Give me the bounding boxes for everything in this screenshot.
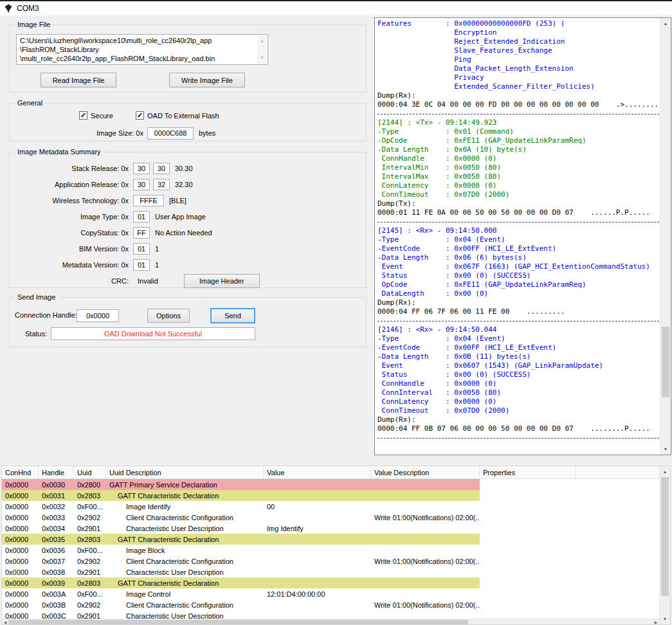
- log-line: ConnHandle : 0x0000 (0): [377, 379, 659, 388]
- column-header-properties[interactable]: Properties: [480, 466, 576, 478]
- column-header-uuid-description[interactable]: Uuid Description: [106, 466, 264, 478]
- table-row[interactable]: 0x00000x003C0x2901Characteristic User De…: [2, 610, 659, 619]
- table-row[interactable]: 0x00000x00360xF00...Image Block: [2, 545, 659, 556]
- table-row[interactable]: 0x00000x00350x2803GATT Characteristic De…: [2, 534, 659, 545]
- table-cell: [576, 523, 659, 534]
- table-cell: [371, 566, 480, 577]
- log-line: Slave_Features_Exchange: [377, 46, 659, 55]
- write-image-file-button[interactable]: Write Image File: [169, 73, 245, 87]
- table-cell: 0x0000: [2, 599, 39, 610]
- metadata-value-text: 1: [155, 245, 159, 253]
- secure-checkbox[interactable]: ✓: [79, 111, 87, 120]
- scroll-down-button[interactable]: ▼: [660, 444, 671, 455]
- log-line: Extended_Scanner_Filter_Policies): [377, 82, 659, 91]
- table-row[interactable]: 0x00000x00390x2803GATT Characteristic De…: [2, 577, 659, 588]
- check-icon: ✓: [137, 113, 143, 118]
- metadata-field-input[interactable]: FFFE: [133, 195, 164, 206]
- metadata-field-input[interactable]: 30: [133, 163, 150, 174]
- image-size-input[interactable]: 0000C688: [147, 127, 194, 140]
- scroll-down-button[interactable]: ▼: [660, 613, 670, 624]
- table-row[interactable]: 0x00000x003A0xF00...Image Control12:01:D…: [2, 588, 659, 599]
- log-line: -Data Length : 0x0A (10) byte(s): [377, 145, 659, 154]
- table-cell: [264, 577, 371, 588]
- metadata-field-input[interactable]: 01: [133, 211, 150, 222]
- send-button[interactable]: Send: [210, 308, 255, 323]
- metadata-label: Metadata Version: 0x: [10, 261, 129, 269]
- column-header-value[interactable]: Value: [264, 466, 371, 478]
- column-header-filler: [576, 466, 659, 478]
- log-scrollbar-thumb[interactable]: [662, 327, 669, 397]
- column-header-value-description[interactable]: Value Description: [371, 466, 480, 478]
- metadata-field-input[interactable]: 30: [153, 163, 170, 174]
- table-cell: [371, 490, 480, 501]
- table-hscrollbar-thumb[interactable]: [8, 620, 468, 624]
- log-line: -EventCode : 0x00FF (HCI_LE_ExtEvent): [377, 244, 659, 253]
- log-line: -Data Length : 0x0B (11) bytes(s): [377, 352, 659, 361]
- table-cell: 0x0034: [39, 523, 74, 534]
- metadata-field-input[interactable]: FF: [133, 227, 150, 239]
- log-line: ConnLatency : 0x0000 (0): [377, 181, 659, 190]
- log-line: [2145] : <Rx> - 09:14:50.000: [377, 226, 659, 235]
- table-row[interactable]: 0x00000x00370x2902Client Characteristic …: [2, 556, 659, 566]
- log-separator: [377, 433, 659, 442]
- app-icon: [4, 4, 13, 13]
- table-cell: [371, 534, 480, 545]
- scroll-left-button[interactable]: ◀: [2, 619, 8, 625]
- log-line: Encryption: [377, 28, 659, 37]
- table-row[interactable]: 0x00000x00300x2800GATT Primary Service D…: [2, 479, 659, 490]
- table-cell: Image Control: [106, 588, 264, 599]
- table-cell: [576, 501, 659, 512]
- table-row[interactable]: 0x00000x00380x2901Characteristic User De…: [2, 566, 659, 577]
- table-cell: [576, 479, 659, 490]
- metadata-label: BIM Version: 0x: [10, 245, 129, 253]
- table-cell: 0x2902: [74, 599, 106, 610]
- scroll-up-button[interactable]: ▲: [660, 466, 670, 477]
- table-cell: 0x0000: [2, 490, 39, 501]
- table-scrollbar[interactable]: ▲ ▼: [659, 466, 670, 624]
- table-row[interactable]: 0x00000x003B0x2902Client Characteristic …: [2, 599, 659, 610]
- table-row[interactable]: 0x00000x00340x2901Characteristic User De…: [2, 523, 659, 534]
- metadata-field-input[interactable]: 01: [133, 243, 150, 255]
- metadata-label: Image Type: 0x: [10, 213, 129, 221]
- metadata-field-input[interactable]: 30: [133, 179, 150, 190]
- table-cell: 0x2901: [74, 610, 106, 619]
- log-line: Features : 0x00000000000000FD (253) (: [377, 19, 659, 28]
- table-scrollbar-thumb[interactable]: [661, 477, 669, 596]
- connection-handle-input[interactable]: 0x0000: [77, 309, 119, 322]
- table-cell: [576, 610, 659, 619]
- table-cell: 0x0037: [39, 556, 74, 566]
- log-output[interactable]: Features : 0x00000000000000FD (253) ( En…: [377, 19, 659, 453]
- log-separator: [377, 316, 659, 325]
- table-cell: GATT Characteristic Declaration: [106, 490, 264, 501]
- table-cell: 0xF00...: [74, 588, 106, 599]
- options-button[interactable]: Options: [147, 309, 190, 323]
- log-line: Dump(Rx):: [377, 91, 659, 100]
- image-path-input[interactable]: C:\Users\Liuzhengli\workspace10\multi_ro…: [16, 34, 268, 65]
- column-header-handle[interactable]: Handle: [39, 466, 74, 478]
- title-bar[interactable]: COM3: [0, 1, 672, 15]
- column-header-uuid[interactable]: Uuid: [74, 466, 106, 478]
- metadata-field-input[interactable]: 01: [133, 259, 150, 271]
- metadata-row: Wireless Technology: 0xFFFE[BLE]: [10, 192, 366, 208]
- table-cell: 0x0032: [39, 501, 74, 512]
- table-cell: [480, 577, 576, 588]
- table-cell: [576, 556, 659, 566]
- table-row[interactable]: 0x00000x00310x2803GATT Characteristic De…: [2, 490, 659, 501]
- metadata-field-input[interactable]: 32: [153, 179, 170, 190]
- image-header-button[interactable]: Image Header: [184, 274, 260, 288]
- read-image-file-button[interactable]: Read Image File: [41, 73, 116, 87]
- table-row[interactable]: 0x00000x00330x2902Client Characteristic …: [2, 512, 659, 523]
- path-scrollbar[interactable]: ▲ ▼: [257, 35, 267, 64]
- table-cell: [264, 490, 371, 501]
- table-cell: [371, 479, 480, 490]
- image-path-line: C:\Users\Liuzhengli\workspace10\multi_ro…: [20, 36, 255, 45]
- oad-external-flash-checkbox[interactable]: ✓: [136, 111, 144, 120]
- table-horizontal-scrollbar[interactable]: ◀ ▶: [2, 619, 659, 624]
- column-header-conhnd[interactable]: ConHnd: [2, 466, 39, 478]
- scroll-up-button[interactable]: ▲: [660, 18, 671, 29]
- log-scrollbar[interactable]: ▲ ▼: [660, 18, 671, 455]
- table-row[interactable]: 0x00000x00320xF00...Image Identify00: [2, 501, 659, 512]
- crc-row: CRC: Invalid Image Header: [10, 273, 366, 289]
- scroll-right-button[interactable]: ▶: [653, 619, 659, 625]
- table-cell: [576, 566, 659, 577]
